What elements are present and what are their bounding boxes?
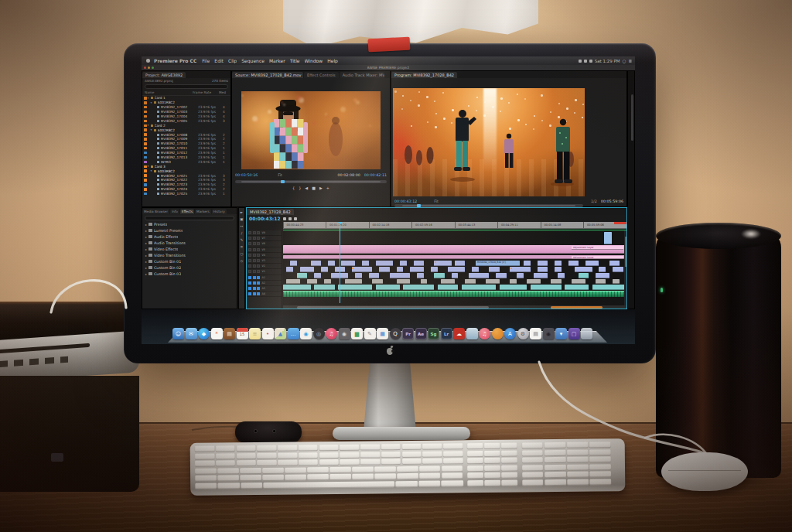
notification-center-icon[interactable]: ≣: [628, 59, 632, 63]
label-color-chip[interactable]: [144, 193, 147, 196]
finder-icon[interactable]: ☺: [172, 328, 184, 339]
timeline-clip[interactable]: [410, 267, 424, 272]
downloads-folder-icon[interactable]: ▾: [555, 328, 567, 339]
effects-folder-row[interactable]: ▸Video Effects: [142, 246, 237, 252]
timeline-clip[interactable]: [448, 267, 465, 272]
label-color-chip[interactable]: [144, 165, 147, 169]
label-color-chip[interactable]: [144, 169, 147, 172]
source-fit-dropdown[interactable]: Fit: [278, 173, 282, 177]
track-header-a2[interactable]: A2: [247, 281, 282, 286]
timeline-clip[interactable]: [592, 285, 626, 290]
program-fit-dropdown[interactable]: Fit: [434, 200, 439, 203]
safari-icon[interactable]: ◆: [198, 328, 210, 339]
timeline-clip[interactable]: [321, 267, 328, 272]
menu-edit[interactable]: Edit: [214, 58, 224, 63]
slip-tool[interactable]: ◇: [241, 259, 243, 263]
itunes-icon[interactable]: ♫: [326, 328, 337, 339]
timeline-clip[interactable]: [397, 279, 411, 284]
timeline-clip[interactable]: [417, 273, 424, 278]
timeline-clip[interactable]: [338, 285, 372, 290]
track-header-v3[interactable]: V3: [247, 258, 282, 264]
timeline-clip[interactable]: [438, 285, 459, 290]
timeline-vert-scrollbar[interactable]: [624, 230, 626, 305]
timeline-clip[interactable]: [551, 279, 561, 284]
timeline-clip[interactable]: [596, 273, 609, 278]
timeline-clip[interactable]: [510, 267, 531, 272]
timeline-clip[interactable]: [558, 273, 565, 278]
timeline-clip[interactable]: [283, 285, 311, 290]
adjustment-layer-clip[interactable]: Adjustment Layer: [572, 246, 623, 250]
timeline-clip[interactable]: [300, 267, 314, 272]
track-header-v8[interactable]: V8: [247, 230, 282, 236]
timeline-clip[interactable]: [613, 267, 623, 272]
label-color-chip[interactable]: [144, 138, 147, 141]
program-scale-dropdown[interactable]: 1/2: [591, 200, 597, 203]
timeline-clip[interactable]: [297, 273, 307, 278]
snap-icon[interactable]: [283, 217, 286, 220]
apple-menu-icon[interactable]: [146, 59, 150, 63]
source-video-frame[interactable]: [241, 91, 381, 169]
timeline-clip[interactable]: [585, 261, 599, 266]
track-header-v5[interactable]: V5: [247, 247, 282, 253]
lightroom-icon[interactable]: Lr: [441, 328, 452, 339]
textedit-icon[interactable]: ▤: [530, 328, 541, 339]
timeline-clip[interactable]: [314, 273, 321, 278]
track-header-v7[interactable]: V7: [247, 236, 282, 241]
timeline-clip[interactable]: [441, 279, 455, 284]
timeline-clip[interactable]: [538, 261, 548, 266]
effects-folder-row[interactable]: ▸Custom Bin 01: [142, 258, 237, 264]
tab-media-browser[interactable]: Media Browser: [142, 209, 169, 214]
timeline-clip[interactable]: [362, 261, 369, 266]
effects-folder-row[interactable]: ▸Lumetri Presets: [142, 227, 237, 234]
timeline-clip[interactable]: [341, 261, 355, 266]
tab-markers[interactable]: Markers: [195, 209, 211, 214]
program-video-frame[interactable]: [393, 88, 585, 196]
track-header-v2[interactable]: V2: [247, 264, 282, 269]
label-color-chip[interactable]: [144, 161, 147, 164]
timeline-clip-area[interactable]: 00:00:44:2300:01:29:2000:02:14:1800:02:5…: [283, 222, 626, 309]
timeline-clip[interactable]: [527, 279, 541, 284]
timeline-clip[interactable]: [534, 273, 548, 278]
tab-history[interactable]: History: [212, 209, 227, 214]
timeline-clip[interactable]: [414, 261, 424, 266]
selection-tool[interactable]: ►: [241, 210, 243, 214]
timeline-clip[interactable]: [465, 279, 475, 284]
timeline-clip[interactable]: [455, 261, 465, 266]
label-color-chip[interactable]: [144, 124, 147, 128]
wifi-icon[interactable]: [584, 60, 587, 63]
maps-icon[interactable]: ▲: [275, 328, 286, 339]
effects-search-input[interactable]: [145, 216, 234, 220]
timeline-clip[interactable]: [531, 285, 562, 290]
effects-folder-row[interactable]: ▸Presets: [142, 221, 237, 227]
photos-icon[interactable]: *: [211, 328, 223, 339]
label-color-chip[interactable]: [144, 188, 147, 191]
label-color-chip[interactable]: [144, 101, 147, 104]
menu-window[interactable]: Window: [305, 58, 323, 63]
timeline-clip[interactable]: [596, 279, 606, 284]
timeline-clip[interactable]: [352, 267, 373, 272]
mail-icon[interactable]: ✉: [186, 328, 197, 339]
tab-effect-controls[interactable]: Effect Controls: [304, 72, 339, 78]
project-search-input[interactable]: [145, 84, 228, 89]
contacts-icon[interactable]: ▤: [224, 328, 235, 339]
track-header-a4[interactable]: A4: [247, 292, 282, 297]
timeline-clip[interactable]: [510, 279, 517, 284]
marker-icon[interactable]: [288, 217, 292, 220]
ripple-edit-tool[interactable]: ↔: [241, 224, 244, 228]
timeline-clip[interactable]: MVI8392_17028_B42 [V]: [476, 261, 521, 266]
timeline-clip[interactable]: [496, 273, 506, 278]
track-header-v1[interactable]: V1: [247, 269, 282, 275]
timeline-clip[interactable]: [609, 261, 620, 266]
zoom-window-icon[interactable]: [152, 66, 154, 69]
timeline-clip[interactable]: [421, 279, 428, 284]
timeline-clip[interactable]: [555, 261, 562, 266]
settings-wrench-icon[interactable]: [294, 217, 297, 220]
pages-icon[interactable]: ✎: [364, 328, 376, 339]
razor-tool[interactable]: /: [241, 231, 243, 235]
quicktime-icon[interactable]: Q: [390, 328, 401, 339]
panel-scrollbar[interactable]: [631, 94, 633, 141]
timeline-clip[interactable]: [369, 273, 379, 278]
timeline-clip[interactable]: [599, 267, 606, 272]
transport-button[interactable]: ▶: [319, 186, 323, 190]
itunes-store-icon[interactable]: ♫: [479, 328, 490, 339]
